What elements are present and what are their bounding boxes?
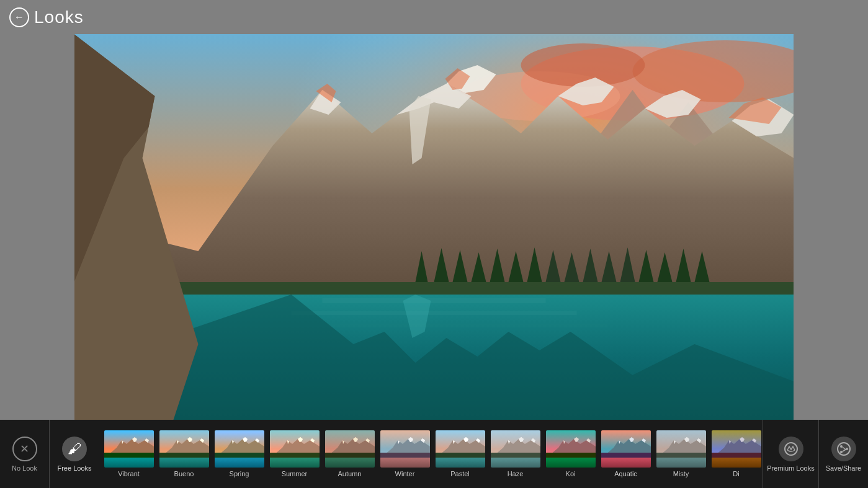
free-looks-icon: 🖌 [62, 437, 87, 461]
look-item-winter[interactable]: Winter [378, 430, 431, 477]
svg-rect-71 [215, 453, 264, 458]
look-thumb-summer [270, 430, 320, 468]
look-thumb-bueno [159, 430, 209, 468]
premium-looks-label: Premium Looks [767, 464, 814, 472]
look-label-autumn: Autumn [338, 470, 362, 477]
look-item-autumn[interactable]: Autumn [323, 430, 376, 477]
look-thumb-misty [656, 430, 706, 468]
look-label-pastel: Pastel [450, 470, 470, 477]
svg-rect-111 [491, 453, 540, 458]
svg-rect-135 [656, 453, 706, 458]
look-label-misty: Misty [673, 470, 689, 477]
look-label-bueno: Bueno [174, 470, 194, 477]
x-icon: ✕ [20, 442, 29, 456]
look-label-haze: Haze [508, 470, 524, 477]
save-share-label: Save/Share [826, 464, 861, 472]
look-item-aquatic[interactable]: Aquatic [599, 430, 652, 477]
look-thumb-inner-autumn [325, 430, 375, 468]
look-thumb-inner-bueno [159, 430, 209, 468]
look-thumb-spring [215, 430, 264, 468]
save-share-icon [831, 437, 856, 461]
look-thumb-inner-spring [215, 430, 264, 468]
brush-icon: 🖌 [68, 441, 81, 457]
no-look-label: No Look [12, 464, 37, 472]
save-share-section[interactable]: Save/Share [818, 420, 868, 488]
premium-looks-icon [779, 437, 803, 461]
look-thumb-inner-di [712, 430, 761, 468]
back-arrow-icon: ← [14, 12, 24, 22]
look-thumb-inner-aquatic [601, 430, 651, 468]
look-item-summer[interactable]: Summer [268, 430, 321, 477]
look-item-di[interactable]: Di [710, 430, 763, 477]
svg-rect-103 [436, 453, 485, 458]
page-title: Looks [34, 7, 84, 27]
no-look-section[interactable]: ✕ No Look [0, 420, 50, 488]
premium-icon-svg [784, 441, 799, 456]
look-thumb-autumn [325, 430, 375, 468]
main-image-area [74, 34, 794, 420]
look-thumb-winter [380, 430, 430, 468]
svg-rect-119 [546, 453, 596, 458]
svg-rect-63 [159, 453, 209, 458]
svg-line-149 [843, 447, 846, 450]
svg-rect-79 [270, 453, 320, 458]
look-thumb-pastel [436, 430, 485, 468]
svg-rect-143 [712, 453, 761, 458]
free-looks-label: Free Looks [57, 464, 91, 472]
look-item-pastel[interactable]: Pastel [434, 430, 486, 477]
premium-looks-section[interactable]: Premium Looks [763, 420, 818, 488]
looks-scroll-area[interactable]: Vibrant Bueno [99, 420, 763, 488]
svg-line-150 [843, 450, 846, 451]
svg-point-148 [840, 451, 843, 453]
look-thumb-inner-koi [546, 430, 596, 468]
look-thumb-inner-misty [656, 430, 706, 468]
svg-rect-127 [601, 453, 651, 458]
free-looks-section[interactable]: 🖌 Free Looks [50, 420, 99, 488]
look-label-winter: Winter [395, 470, 415, 477]
header: ← Looks [0, 0, 868, 34]
save-icon-svg [836, 441, 851, 456]
look-item-bueno[interactable]: Bueno [158, 430, 210, 477]
look-thumb-inner-winter [380, 430, 430, 468]
svg-point-5 [521, 43, 645, 87]
look-thumb-inner-summer [270, 430, 320, 468]
look-label-koi: Koi [566, 470, 576, 477]
look-thumb-inner-pastel [436, 430, 485, 468]
back-circle: ← [9, 7, 29, 27]
back-button[interactable]: ← Looks [9, 7, 84, 27]
mountain-scene-svg [74, 34, 794, 420]
no-look-icon[interactable]: ✕ [12, 437, 37, 461]
look-item-koi[interactable]: Koi [544, 430, 597, 477]
look-thumb-inner-haze [491, 430, 540, 468]
look-label-aquatic: Aquatic [614, 470, 637, 477]
look-item-vibrant[interactable]: Vibrant [102, 430, 155, 477]
look-thumb-inner-vibrant [104, 430, 154, 468]
look-thumb-haze [491, 430, 540, 468]
look-item-misty[interactable]: Misty [655, 430, 707, 477]
look-item-spring[interactable]: Spring [213, 430, 266, 477]
bottom-toolbar: ✕ No Look 🖌 Free Looks [0, 420, 868, 488]
look-label-summer: Summer [282, 470, 308, 477]
look-label-vibrant: Vibrant [118, 470, 140, 477]
look-label-spring: Spring [230, 470, 249, 477]
svg-rect-95 [380, 453, 430, 458]
look-label-di: Di [733, 470, 739, 477]
look-item-haze[interactable]: Haze [489, 430, 542, 477]
look-thumb-di [712, 430, 761, 468]
look-thumb-koi [546, 430, 596, 468]
svg-point-147 [846, 448, 848, 450]
svg-rect-55 [104, 453, 154, 458]
svg-point-146 [840, 445, 843, 448]
look-thumb-vibrant [104, 430, 154, 468]
look-thumb-aquatic [601, 430, 651, 468]
svg-rect-87 [325, 453, 375, 458]
